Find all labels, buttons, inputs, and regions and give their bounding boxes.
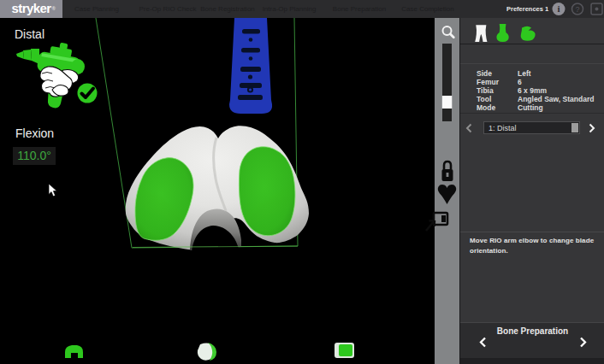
svg-text:?: ? <box>575 5 579 14</box>
svg-text:i: i <box>557 3 560 14</box>
